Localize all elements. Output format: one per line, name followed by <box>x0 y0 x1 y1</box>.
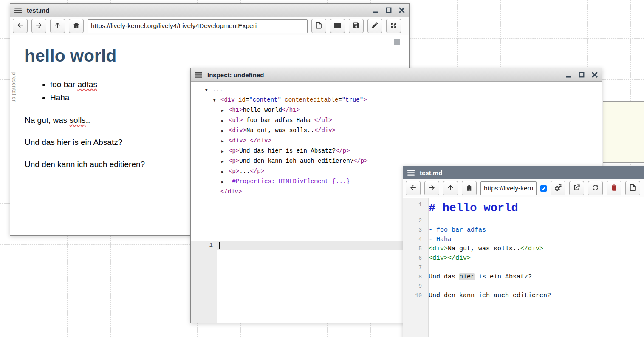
editor-line[interactable]: 9 <box>403 282 644 291</box>
line-number-gutter: 1 <box>191 241 217 323</box>
editor-line[interactable]: 4- Haha <box>403 235 644 244</box>
minimize-button[interactable] <box>565 72 571 78</box>
tree-node[interactable]: ▼<div id="content" contenteditable="true… <box>191 95 602 105</box>
external-icon <box>573 184 581 193</box>
menu-icon[interactable] <box>14 8 22 13</box>
back-icon <box>409 184 417 193</box>
misspelled-word: solls <box>70 116 86 125</box>
tree-node[interactable]: ▶<ul> foo bar adfas Haha </ul> <box>191 116 602 126</box>
back-button[interactable] <box>13 19 28 33</box>
presentation-tab[interactable]: presentation <box>11 72 17 103</box>
code-editor[interactable]: 1# hello world23- foo bar adfas4- Haha5<… <box>403 198 644 337</box>
expand-arrow-icon[interactable]: ▶ <box>221 167 229 177</box>
code-tag: </div> <box>220 188 242 195</box>
folder-icon <box>333 21 342 31</box>
tree-node[interactable]: ▶<h1>hello world</h1> <box>191 105 602 116</box>
home-icon <box>72 21 80 31</box>
open-external-button[interactable] <box>569 181 584 195</box>
tree-node[interactable]: ▼... <box>191 85 602 95</box>
code-tag: </p> <box>250 168 264 175</box>
home-button[interactable] <box>462 181 477 195</box>
code-tag: </p> <box>353 158 368 164</box>
token-html-tag: </div> <box>520 245 543 252</box>
home-button[interactable] <box>69 19 84 33</box>
titlebar[interactable]: Inspect: undefined <box>191 68 602 82</box>
up-icon <box>54 21 62 31</box>
code-tag: > <box>363 96 367 103</box>
code-txt: hello world <box>243 107 282 113</box>
menu-icon[interactable] <box>407 170 415 176</box>
minimize-button[interactable] <box>373 7 378 13</box>
close-button[interactable] <box>399 7 405 13</box>
editor-line[interactable]: 3- foo bar adfas <box>403 226 644 235</box>
refresh-button[interactable] <box>588 181 603 195</box>
forward-icon <box>35 21 43 31</box>
action-button-group <box>311 19 401 33</box>
delete-button[interactable] <box>607 181 621 195</box>
expand-arrow-icon[interactable]: ▶ <box>221 147 229 156</box>
navigation-toolbar <box>10 17 409 35</box>
code-txt: ... <box>212 86 223 93</box>
checkbox-input[interactable] <box>540 185 547 192</box>
save-button[interactable] <box>349 19 364 33</box>
code-prop: #Properties: HTMLDivElement {...} <box>229 178 350 185</box>
open-folder-button[interactable] <box>330 19 345 33</box>
code-tag: <div> <box>229 127 246 134</box>
titlebar[interactable]: test.md <box>403 166 644 179</box>
expand-button[interactable] <box>386 19 401 33</box>
editor-line[interactable]: 6<div></div> <box>403 254 644 263</box>
collapse-arrow-icon[interactable]: ▼ <box>213 96 220 105</box>
text-cursor <box>219 242 220 249</box>
maximize-button[interactable] <box>386 7 392 13</box>
editor-line[interactable]: 2 <box>403 216 644 226</box>
edit-button[interactable] <box>367 19 382 33</box>
tree-node[interactable]: ▶<p>Und das hier is ein Absatz?</p> <box>191 146 602 156</box>
expand-arrow-icon[interactable]: ▶ <box>221 127 229 136</box>
trash-icon <box>610 184 618 193</box>
line-content: - Haha <box>425 235 452 244</box>
window-title: test.md <box>27 7 49 14</box>
editor-line[interactable]: 5<div>Na gut, was solls..</div> <box>403 244 644 254</box>
forward-button[interactable] <box>31 19 46 33</box>
editor-line[interactable]: 1# hello world <box>403 200 644 216</box>
settings-button[interactable] <box>551 181 565 195</box>
auto-update-checkbox[interactable] <box>540 185 547 192</box>
token-md-list: - foo bar adfas <box>429 227 486 234</box>
collapse-arrow-icon[interactable]: ▼ <box>205 86 212 95</box>
tree-node[interactable]: ▶<div> </div> <box>191 136 602 146</box>
tree-node[interactable]: ▶<div>Na gut, was solls..</div> <box>191 126 602 136</box>
close-button[interactable] <box>592 72 598 78</box>
code-txt <box>235 96 238 103</box>
code-tag: </div> <box>314 127 336 134</box>
editor-line[interactable]: 8Und das hier is ein Absatz? <box>403 272 644 282</box>
new-file-button[interactable] <box>311 19 326 33</box>
home-icon <box>465 184 473 193</box>
url-input[interactable] <box>88 19 308 33</box>
back-button[interactable] <box>406 181 421 195</box>
code-txt: ... <box>239 168 250 175</box>
up-button[interactable] <box>443 181 458 195</box>
titlebar[interactable]: test.md <box>10 4 409 17</box>
text-run: Na gut, was <box>25 116 70 125</box>
background-window-fragment <box>603 101 644 163</box>
code-txt: Und den kann ich auch editieren? <box>239 158 353 164</box>
expand-arrow-icon[interactable]: ▶ <box>221 106 229 116</box>
expand-arrow-icon[interactable]: ▶ <box>221 178 229 187</box>
editor-line[interactable]: 7 <box>403 263 644 272</box>
url-input[interactable] <box>480 181 537 195</box>
new-file-button[interactable] <box>625 181 640 195</box>
menu-icon[interactable] <box>195 72 202 78</box>
expand-arrow-icon[interactable]: ▶ <box>221 157 229 167</box>
code-val: "content" <box>249 96 281 103</box>
window-controls <box>373 7 405 13</box>
code-tag: <ul> <box>229 117 243 124</box>
maximize-button[interactable] <box>579 72 585 78</box>
expand-arrow-icon[interactable]: ▶ <box>221 116 229 126</box>
code-val: "true" <box>342 96 363 103</box>
forward-button[interactable] <box>424 181 439 195</box>
editor-line[interactable]: 10Und den kann ich auch editieren? <box>403 291 644 300</box>
code-tag: </p> <box>336 147 350 154</box>
expand-arrow-icon[interactable]: ▶ <box>221 137 229 146</box>
tree-node[interactable]: ▶<p>Und den kann ich auch editieren?</p> <box>191 156 602 167</box>
up-button[interactable] <box>50 19 65 33</box>
